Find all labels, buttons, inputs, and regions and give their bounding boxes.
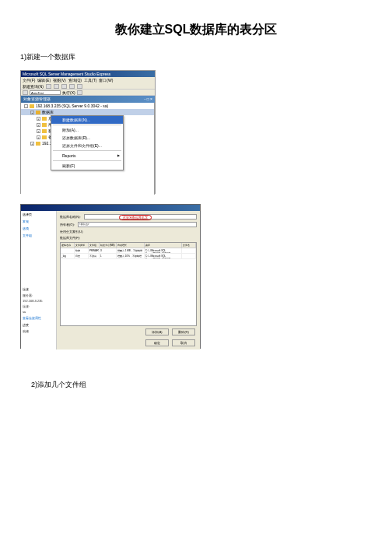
- menu-label: Reports: [62, 153, 76, 158]
- cell[interactable]: 增量为 10%，不限制增长: [117, 254, 145, 258]
- cell[interactable]: C:\...\Microsoft SQL Server\MSSQL.1\MSSQ…: [145, 254, 182, 258]
- dialog-left-panel: 选择页 常规 选项 文件组 连接 服务器: 192.168.3.235 连接: …: [21, 211, 57, 350]
- menu-restore-db[interactable]: 还原数据库(R)...: [51, 134, 123, 142]
- menu-restore-files[interactable]: 还原文件和文件组(E)...: [51, 142, 123, 149]
- tb-icon-4[interactable]: [69, 84, 75, 89]
- dialog-titlebar: [21, 205, 200, 211]
- expand-icon[interactable]: +: [37, 129, 40, 133]
- cell[interactable]: 数据: [75, 248, 89, 253]
- databases-label: 数据库: [42, 110, 54, 114]
- files-grid: 逻辑名称 文件类型 文件组 初始大小(MB) 自动增长 路径 文件名 数据 PR…: [60, 242, 197, 326]
- new-database-dialog: 选择页 常规 选项 文件组 连接 服务器: 192.168.3.235 连接: …: [20, 204, 201, 349]
- col-size[interactable]: 初始大小(MB): [100, 243, 117, 248]
- menu-new-database[interactable]: 新建数据库(N)...: [51, 116, 123, 124]
- col-name[interactable]: 逻辑名称: [61, 243, 75, 248]
- folder-icon: [42, 117, 47, 121]
- files-label: 数据库文件(F):: [60, 236, 80, 240]
- view-conn-link[interactable]: 查看连接属性: [21, 314, 56, 321]
- conn-label: 连接:: [21, 304, 56, 309]
- remove-button[interactable]: 删除(R): [172, 328, 195, 335]
- tb2-icon-1[interactable]: [23, 90, 28, 95]
- cell[interactable]: PRIMARY: [89, 248, 100, 253]
- owner-label: 所有者(O):: [60, 223, 75, 227]
- step-1-label: 1)新建一个数据库: [0, 52, 392, 70]
- pages-label: 选择页: [21, 211, 56, 218]
- cell[interactable]: [182, 254, 196, 258]
- owner-input[interactable]: <默认值>: [78, 222, 197, 227]
- expand-icon[interactable]: +: [30, 142, 34, 146]
- conn-section-label: 连接: [21, 286, 56, 293]
- col-fname[interactable]: 文件名: [182, 243, 196, 248]
- menu-attach[interactable]: 附加(A)...: [51, 126, 123, 134]
- menu-separator: [53, 150, 121, 151]
- grid-row[interactable]: 数据 PRIMARY 3 增量为 1 MB，不限制增长 C:\...\Micro…: [61, 248, 196, 254]
- add-button[interactable]: 添加(A): [145, 328, 169, 335]
- new-query-button[interactable]: 新建查询(N): [23, 84, 44, 89]
- page-filegroups[interactable]: 文件组: [21, 232, 56, 239]
- annotation-callout: 这里写数据库名字: [119, 215, 152, 220]
- server-label: 服务器:: [21, 293, 56, 298]
- expand-icon[interactable]: +: [37, 123, 40, 127]
- ssms-titlebar: Microsoft SQL Server Management Studio E…: [21, 71, 155, 77]
- tree-server-node[interactable]: - 192.168.3.235 (SQL Server 9.0.3042 - s…: [21, 103, 154, 109]
- menu-edit[interactable]: 编辑(E): [37, 78, 51, 83]
- panel-controls[interactable]: - □ ×: [145, 97, 152, 102]
- expand-icon[interactable]: -: [30, 111, 34, 114]
- menu-separator: [53, 125, 121, 125]
- step-2-label: 2)添加几个文件组: [0, 349, 392, 390]
- grid-header: 逻辑名称 文件类型 文件组 初始大小(MB) 自动增长 路径 文件名: [61, 243, 196, 248]
- tree-databases-folder[interactable]: - 数据库: [21, 109, 154, 115]
- context-menu: 新建数据库(N)... 附加(A)... 还原数据库(R)... 还原文件和文件…: [51, 115, 124, 170]
- menu-query[interactable]: 查询(Q): [68, 78, 82, 83]
- col-type[interactable]: 文件类型: [75, 243, 89, 248]
- toolbar-2: AreaTest 执行(X): [21, 90, 155, 96]
- tb-icon-2[interactable]: [54, 84, 59, 89]
- object-explorer-tree: - 192.168.3.235 (SQL Server 9.0.3042 - s…: [21, 103, 155, 195]
- expand-icon[interactable]: +: [37, 117, 40, 121]
- menu-file[interactable]: 文件(F): [23, 78, 35, 83]
- cell[interactable]: [182, 248, 196, 253]
- menu-tools[interactable]: 工具(T): [84, 78, 96, 83]
- cell[interactable]: 不适用: [89, 254, 100, 258]
- menu-refresh[interactable]: 刷新(F): [51, 162, 123, 170]
- toolbar-1: 新建查询(N): [21, 83, 155, 90]
- fulltext-checkbox-label[interactable]: 使用全文索引(U): [60, 230, 83, 234]
- execute-button[interactable]: 执行(X): [62, 90, 75, 95]
- expand-icon[interactable]: -: [24, 104, 28, 108]
- progress-label: 进度: [21, 321, 56, 328]
- page-title: 教你建立SQL数据库的表分区: [0, 0, 392, 52]
- menubar: 文件(F) 编辑(E) 视图(V) 查询(Q) 工具(T) 窗口(W): [21, 77, 155, 83]
- cell[interactable]: C:\...\Microsoft SQL Server\MSSQL.1\MSSQ…: [145, 248, 182, 253]
- cell[interactable]: 日志: [75, 254, 89, 258]
- cancel-button[interactable]: 取消: [172, 339, 195, 346]
- tb-icon-3[interactable]: [61, 84, 67, 89]
- db-dropdown[interactable]: AreaTest: [30, 90, 61, 95]
- page-options[interactable]: 选项: [21, 225, 56, 232]
- col-path[interactable]: 路径: [145, 243, 182, 248]
- menu-window[interactable]: 窗口(W): [99, 78, 113, 83]
- ok-button[interactable]: 确定: [145, 339, 169, 346]
- tb-icon-1[interactable]: [46, 84, 51, 89]
- tb2-icon-2[interactable]: [77, 90, 82, 95]
- cell[interactable]: [61, 248, 75, 253]
- tb-icon-5[interactable]: [77, 84, 82, 89]
- server-value: 192.168.3.235: [21, 298, 56, 304]
- server-icon: [30, 104, 34, 108]
- dialog-right-panel: 这里写数据库名字 数据库名称(N): 所有者(O): <默认值> 使用全文索引(…: [57, 211, 200, 350]
- menu-reports[interactable]: Reports▶: [51, 152, 123, 160]
- cell[interactable]: _log: [61, 254, 75, 258]
- cell[interactable]: 1: [100, 254, 117, 258]
- dbname-label: 数据库名称(N):: [60, 215, 81, 219]
- cell[interactable]: 增量为 1 MB，不限制增长: [117, 248, 145, 253]
- grid-row[interactable]: _log 日志 不适用 1 增量为 10%，不限制增长 C:\...\Micro…: [61, 254, 196, 259]
- col-fg[interactable]: 文件组: [89, 243, 100, 248]
- server-icon: [36, 142, 40, 146]
- cell[interactable]: 3: [100, 248, 117, 253]
- panel-title: 对象资源管理器: [23, 97, 51, 102]
- menu-view[interactable]: 视图(V): [53, 78, 66, 83]
- conn-value: sa: [21, 309, 56, 314]
- expand-icon[interactable]: +: [37, 135, 40, 139]
- page-general[interactable]: 常规: [21, 218, 56, 225]
- folder-icon: [36, 111, 40, 114]
- col-growth[interactable]: 自动增长: [117, 243, 145, 248]
